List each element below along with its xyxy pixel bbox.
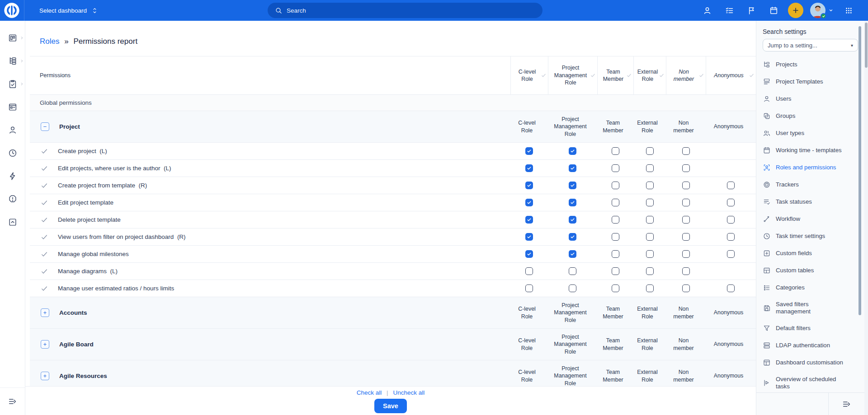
permission-checkbox[interactable] <box>682 199 690 206</box>
column-check-button[interactable] <box>699 73 704 78</box>
jump-to-setting-select[interactable]: Jump to a setting... ▾ <box>763 39 858 51</box>
settings-item-task-statuses[interactable]: Task statuses <box>756 193 864 210</box>
check-all-link[interactable]: Check all <box>357 389 382 396</box>
apps-button[interactable] <box>841 3 856 18</box>
column-check-button[interactable] <box>627 73 632 78</box>
permission-checkbox-checked[interactable] <box>525 233 533 241</box>
sidebar-item-archive[interactable] <box>0 213 25 231</box>
settings-item-default-filters[interactable]: Default filters <box>756 320 864 337</box>
permission-checkbox[interactable] <box>569 284 576 292</box>
permission-checkbox[interactable] <box>612 267 619 275</box>
calendar-button[interactable] <box>766 3 781 18</box>
breadcrumb-roles-link[interactable]: Roles <box>40 37 59 46</box>
group-expand-checkbox[interactable] <box>41 308 49 317</box>
permission-checkbox[interactable] <box>682 267 690 275</box>
account-menu-button[interactable] <box>828 7 834 14</box>
permission-checkbox[interactable] <box>682 216 690 224</box>
permission-checkbox[interactable] <box>612 199 619 206</box>
permission-checkbox-checked[interactable] <box>525 216 533 224</box>
settings-item-saved-filters-management[interactable]: Saved filters management <box>756 296 864 320</box>
permission-checkbox[interactable] <box>682 250 690 258</box>
settings-item-task-timer-settings[interactable]: Task timer settings <box>756 228 864 245</box>
browser-scrollbar-thumb[interactable] <box>865 23 868 68</box>
permission-checkbox[interactable] <box>646 147 654 155</box>
permission-checkbox-checked[interactable] <box>525 147 533 155</box>
my-tasks-button[interactable] <box>722 3 737 18</box>
sidebar-item-reports[interactable] <box>0 98 25 116</box>
settings-item-ldap-authentication[interactable]: LDAP authentication <box>756 337 864 354</box>
permission-checkbox-checked[interactable] <box>569 233 576 241</box>
settings-item-custom-tables[interactable]: Custom tables <box>756 262 864 279</box>
permission-checkbox[interactable] <box>682 164 690 172</box>
permission-checkbox[interactable] <box>682 284 690 292</box>
permission-checkbox[interactable] <box>727 284 735 292</box>
settings-item-users[interactable]: Users <box>756 90 864 107</box>
profile-button[interactable] <box>699 3 715 18</box>
permission-checkbox[interactable] <box>612 216 619 224</box>
permission-checkbox[interactable] <box>682 147 690 155</box>
add-button[interactable] <box>788 3 803 18</box>
settings-item-working-time-templates[interactable]: Working time - templates <box>756 142 864 159</box>
permission-checkbox[interactable] <box>646 182 654 189</box>
permission-checkbox[interactable] <box>682 182 690 189</box>
settings-item-trackers[interactable]: Trackers <box>756 176 864 193</box>
sidebar-item-projects[interactable] <box>0 52 25 70</box>
permission-checkbox[interactable] <box>682 233 690 241</box>
column-check-button[interactable] <box>659 73 664 78</box>
dashboard-selector[interactable]: Select dashboard <box>39 7 99 14</box>
settings-item-groups[interactable]: Groups <box>756 107 864 125</box>
permission-checkbox[interactable] <box>525 267 533 275</box>
group-indeterminate-checkbox[interactable] <box>41 122 49 131</box>
permission-checkbox[interactable] <box>646 199 654 206</box>
column-check-button[interactable] <box>541 73 546 78</box>
sidebar-item-people[interactable] <box>0 121 25 139</box>
panel-expand-button[interactable] <box>828 393 864 415</box>
permission-checkbox[interactable] <box>612 233 619 241</box>
permission-checkbox-checked[interactable] <box>569 147 576 155</box>
permission-checkbox-checked[interactable] <box>525 182 533 189</box>
permission-checkbox[interactable] <box>612 164 619 172</box>
sidebar-item-alerts[interactable] <box>0 190 25 208</box>
permission-checkbox[interactable] <box>727 216 735 224</box>
permission-checkbox-checked[interactable] <box>569 164 576 172</box>
sidebar-item-activity[interactable] <box>0 167 25 185</box>
column-check-button[interactable] <box>590 73 595 78</box>
sidebar-item-dashboard[interactable] <box>0 29 25 47</box>
permission-checkbox[interactable] <box>727 199 735 206</box>
permission-checkbox[interactable] <box>646 250 654 258</box>
search-input[interactable] <box>287 7 522 14</box>
settings-item-categories[interactable]: Categories <box>756 279 864 296</box>
settings-item-roles-and-permissions[interactable]: Roles and permissions <box>756 159 864 176</box>
reports-button[interactable] <box>744 3 759 18</box>
permission-checkbox[interactable] <box>612 250 619 258</box>
permission-checkbox[interactable] <box>612 147 619 155</box>
uncheck-all-link[interactable]: Uncheck all <box>393 389 425 396</box>
permission-checkbox[interactable] <box>646 267 654 275</box>
settings-item-dashboard-customisation[interactable]: Dashboard customisation <box>756 354 864 371</box>
permission-checkbox-checked[interactable] <box>525 164 533 172</box>
user-avatar[interactable] <box>810 3 826 18</box>
permission-checkbox[interactable] <box>525 284 533 292</box>
worksection-logo-icon[interactable] <box>4 2 20 19</box>
permission-checkbox[interactable] <box>727 182 735 189</box>
save-button[interactable]: Save <box>374 399 407 413</box>
permission-checkbox-checked[interactable] <box>569 182 576 189</box>
permission-checkbox-checked[interactable] <box>569 250 576 258</box>
permission-checkbox-checked[interactable] <box>569 199 576 206</box>
group-expand-checkbox[interactable] <box>41 372 49 380</box>
permission-checkbox-checked[interactable] <box>569 216 576 224</box>
settings-item-custom-fields[interactable]: Custom fields <box>756 245 864 262</box>
group-expand-checkbox[interactable] <box>41 340 49 349</box>
permission-checkbox[interactable] <box>612 182 619 189</box>
permission-checkbox[interactable] <box>612 284 619 292</box>
sidebar-item-tasks[interactable] <box>0 75 25 93</box>
permission-checkbox-checked[interactable] <box>525 199 533 206</box>
settings-item-project-templates[interactable]: Project Templates <box>756 73 864 90</box>
permission-checkbox[interactable] <box>727 250 735 258</box>
permission-checkbox[interactable] <box>646 216 654 224</box>
panel-scrollbar-thumb[interactable] <box>859 26 861 315</box>
permission-checkbox[interactable] <box>646 233 654 241</box>
sidebar-expand-button[interactable] <box>0 387 25 415</box>
settings-item-user-types[interactable]: User types <box>756 125 864 142</box>
permission-checkbox[interactable] <box>569 267 576 275</box>
